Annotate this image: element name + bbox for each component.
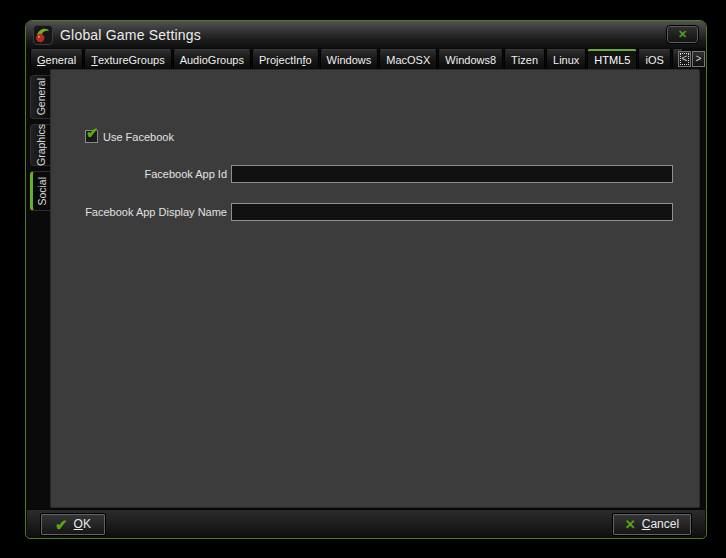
tab-windows[interactable]: Windows: [320, 49, 379, 69]
social-settings-panel: ✔ Use Facebook Facebook App Id Facebook …: [50, 69, 700, 508]
facebook-app-id-input[interactable]: [231, 165, 673, 183]
tab-scroll-right-button[interactable]: >: [692, 51, 705, 67]
tab-scroll-left-button[interactable]: <: [678, 51, 691, 67]
tab-audio-groups[interactable]: Audio Groups: [173, 49, 251, 69]
tab-texture-groups[interactable]: Texture Groups: [84, 49, 171, 69]
global-game-settings-window: Global Game Settings ✕ General Texture G…: [25, 20, 707, 539]
use-facebook-checkbox-row[interactable]: ✔ Use Facebook: [85, 130, 174, 143]
tab-ios[interactable]: iOS: [638, 49, 670, 69]
cancel-button-label: Cancel: [642, 517, 679, 531]
titlebar[interactable]: Global Game Settings ✕: [26, 21, 706, 48]
sidetab-social-label: Social: [36, 177, 48, 206]
dialog-footer: ✔ OK ✕ Cancel: [27, 509, 705, 538]
use-facebook-checkbox[interactable]: ✔: [85, 130, 98, 143]
cancel-button[interactable]: ✕ Cancel: [612, 513, 692, 536]
tab-mac-os-x[interactable]: Mac OS X: [379, 49, 437, 69]
sidetab-general-label: General: [35, 78, 47, 115]
tab-tizen[interactable]: Tizen: [504, 49, 545, 69]
tab-project-info[interactable]: Project Info: [252, 49, 319, 69]
category-side-tabs: General Graphics Social: [30, 75, 51, 216]
cancel-x-icon: ✕: [625, 518, 636, 531]
sidetab-graphics[interactable]: Graphics: [30, 124, 51, 166]
platform-tabbar: General Texture Groups Audio Groups Proj…: [30, 49, 682, 69]
ok-button-label: OK: [74, 517, 91, 531]
ok-button[interactable]: ✔ OK: [40, 513, 106, 536]
tab-general[interactable]: General: [30, 49, 83, 69]
facebook-app-id-label: Facebook App Id: [51, 165, 227, 183]
facebook-app-display-name-input[interactable]: [231, 203, 673, 221]
gamemaker-logo-icon: [33, 25, 53, 45]
checkmark-icon: ✔: [86, 124, 99, 142]
sidetab-social[interactable]: Social: [30, 171, 51, 211]
close-button[interactable]: ✕: [667, 26, 698, 43]
tab-windows-8[interactable]: Windows 8: [438, 49, 503, 69]
sidetab-general[interactable]: General: [30, 75, 51, 119]
window-title: Global Game Settings: [60, 27, 201, 43]
tab-html5[interactable]: HTML5: [587, 49, 637, 69]
use-facebook-label: Use Facebook: [103, 131, 174, 143]
ok-check-icon: ✔: [55, 517, 68, 532]
sidetab-graphics-label: Graphics: [35, 124, 47, 166]
tab-linux[interactable]: Linux: [546, 49, 586, 69]
facebook-app-display-name-label: Facebook App Display Name: [51, 203, 227, 221]
